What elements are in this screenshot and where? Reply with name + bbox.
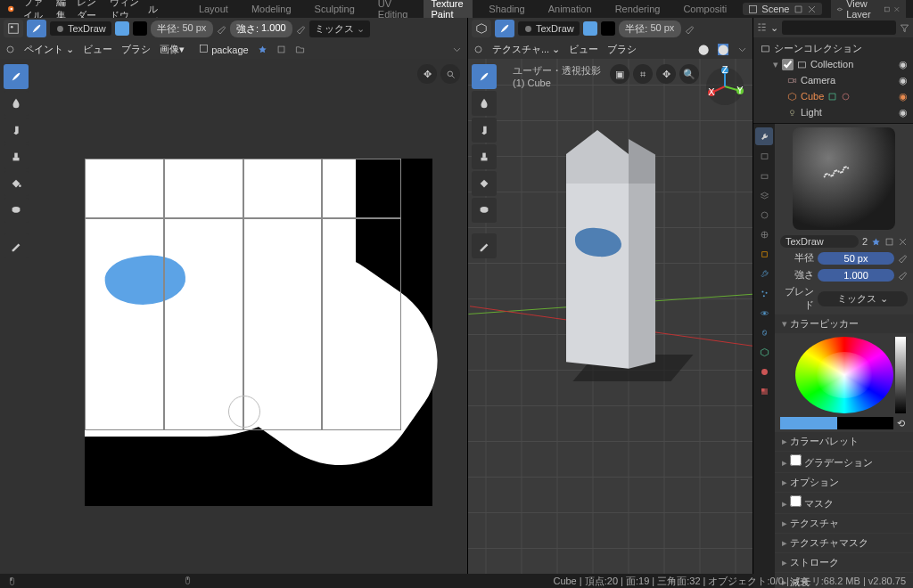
tab-layout[interactable]: Layout [192,2,235,16]
tab-render[interactable] [755,147,773,165]
swap-colors-icon[interactable]: ⟲ [893,417,908,429]
section-stroke[interactable]: ストローク [775,553,913,572]
new-brush-icon[interactable] [884,237,894,247]
brush-name-field[interactable]: TexDraw [780,235,859,248]
strength-value[interactable]: 1.000 [818,269,894,282]
fake-user-toggle[interactable] [871,237,881,247]
eye-icon[interactable]: ◉ [899,75,909,86]
tool-annotate[interactable] [4,233,29,258]
filter-icon[interactable] [900,23,909,33]
tab-object[interactable] [755,245,773,263]
tool-clone-3d[interactable] [472,144,497,169]
object-cube-milkcarton[interactable] [566,130,655,380]
section-color-picker[interactable]: カラーピッカー [775,314,913,333]
paint-mode-button[interactable] [27,20,46,37]
collection-enable-checkbox[interactable] [782,59,794,70]
pan-icon-3d[interactable]: ✥ [656,64,676,84]
editor-type-button[interactable] [4,20,23,37]
tab-modifiers[interactable] [755,265,773,282]
tab-constraints[interactable] [755,323,773,341]
tool-draw[interactable] [4,64,29,89]
pan-icon[interactable]: ✥ [417,64,437,84]
outliner-search[interactable] [782,20,896,35]
tab-compositing[interactable]: Compositi [676,2,734,16]
section-gradient[interactable]: グラデーション [775,452,913,472]
tool-draw-3d[interactable] [472,64,497,89]
new-scene-icon[interactable] [794,4,803,14]
fg-color-swatch-3d[interactable] [583,21,597,36]
viewport-editor-type[interactable] [472,20,491,37]
pressure-icon-2[interactable] [898,270,908,280]
tab-physics[interactable] [755,304,773,322]
radius-field[interactable]: 半径: 50 px [151,20,213,37]
zoom-icon[interactable] [440,64,460,84]
tool-fill-3d[interactable] [472,171,497,196]
tool-smear-3d[interactable] [472,118,497,143]
tab-rendering[interactable]: Rendering [608,2,668,16]
radius-field-3d[interactable]: 半径: 50 px [619,20,681,37]
image-canvas[interactable]: ✥ [0,59,467,574]
radius-value[interactable]: 50 px [818,252,894,265]
new-image-icon[interactable] [276,45,286,54]
tool-mask-3d[interactable] [472,198,497,223]
section-texture[interactable]: テクスチャ [775,514,913,533]
fake-user-icon[interactable] [258,45,267,54]
blend-mode-dropdown[interactable]: ミックス ⌄ [309,20,370,37]
strength-field[interactable]: 強さ: 1.000 [230,20,292,37]
tab-material[interactable] [755,363,773,380]
pressure-strength-icon[interactable] [296,24,306,34]
outliner-item-cube[interactable]: Cube ◉ [757,88,909,104]
section-texmask[interactable]: テクスチャマスク [775,534,913,552]
blend-value[interactable]: ミックス ⌄ [818,291,908,306]
zoom-icon-3d[interactable]: 🔍 [679,64,699,84]
outliner-item-camera[interactable]: Camera ◉ [757,72,909,88]
tab-particles[interactable] [755,284,773,302]
outliner-collection[interactable]: ▾ Collection ◉ [757,56,909,72]
tool-fill[interactable] [4,171,29,196]
tab-animation[interactable]: Animation [541,2,599,16]
eye-icon[interactable]: ◉ [899,107,909,118]
tool-smear[interactable] [4,118,29,143]
secondary-color[interactable] [837,417,894,429]
nav-gizmo[interactable]: X Y Z [704,66,745,107]
new-layer-icon[interactable] [884,4,891,14]
tab-texture[interactable] [755,382,773,400]
color-picker-wheel[interactable] [795,337,893,413]
tab-mesh-data[interactable] [755,343,773,361]
perspective-icon[interactable]: ⌗ [633,64,653,84]
background-color-swatch[interactable] [133,21,147,36]
outliner-item-light[interactable]: Light ◉ [757,104,909,120]
section-options[interactable]: オプション [775,473,913,492]
delete-scene-icon[interactable] [807,4,817,14]
mask-checkbox[interactable] [790,495,802,507]
brush-preview[interactable]: 〰 [793,127,895,230]
view-menu[interactable]: ビュー [83,43,112,56]
brush-preset-dropdown[interactable]: TexDraw [50,21,111,36]
pressure-icon[interactable] [898,253,908,263]
tab-active-tool[interactable] [755,127,773,145]
mode-dropdown[interactable]: テクスチャ... ⌄ [492,43,560,56]
brush-menu[interactable]: ブラシ [121,43,151,56]
outliner-scene-collection[interactable]: シーンコレクション [757,40,909,56]
paint-menu[interactable]: ペイント ⌄ [24,43,74,56]
tool-soften-3d[interactable] [472,91,497,116]
viewport-canvas[interactable]: ユーザー・透視投影 (1) Cube ▣ ⌗ ✥ 🔍 X Y Z [468,59,753,574]
outliner-editor-type[interactable] [757,22,767,34]
pressure-radius-icon[interactable] [217,24,226,34]
open-image-icon[interactable] [295,45,305,54]
shading-header-2[interactable]: ⬤ [718,44,728,55]
shading-dropdown-icon[interactable] [737,45,747,54]
value-slider[interactable] [895,337,906,413]
bg-color-swatch-3d[interactable] [601,21,615,36]
view-menu-3d[interactable]: ビュー [569,43,598,56]
texpaint-mode-button[interactable] [495,20,514,37]
section-palette[interactable]: カラーパレット [775,432,913,451]
tab-viewlayer[interactable] [755,186,773,204]
image-menu[interactable]: 画像▾ [160,43,185,56]
scene-selector[interactable]: Scene [743,3,821,15]
eye-icon[interactable]: ◉ [899,91,909,102]
foreground-color-swatch[interactable] [115,21,129,36]
image-datablock-dropdown[interactable]: package [199,44,249,55]
tab-shading[interactable]: Shading [481,2,531,16]
gradient-checkbox[interactable] [790,454,802,466]
